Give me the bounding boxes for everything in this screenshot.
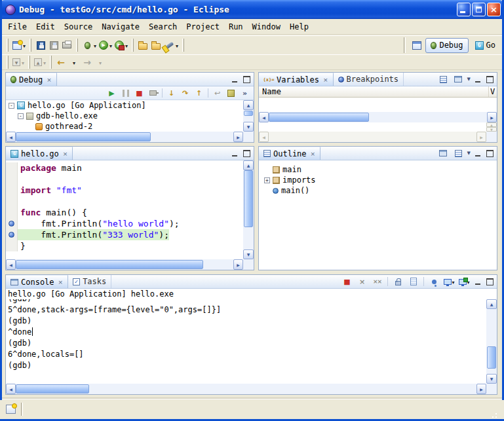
open-folder-button[interactable] <box>136 38 149 53</box>
minimize-window-button[interactable] <box>457 3 471 16</box>
scrollbar-thumb[interactable] <box>16 384 89 394</box>
minimize-view-button[interactable] <box>473 75 482 84</box>
menu-navigate[interactable]: Navigate <box>97 20 144 33</box>
scroll-up-button[interactable] <box>243 160 254 170</box>
editor-ruler-cell[interactable] <box>6 196 18 207</box>
console-vertical-scrollbar[interactable] <box>486 299 497 384</box>
dropdown-arrow-icon[interactable] <box>99 58 102 67</box>
code-line[interactable]: func main() { <box>6 207 243 218</box>
link-with-editor-button[interactable] <box>437 147 450 159</box>
debug-launch-button[interactable] <box>81 38 98 53</box>
variables-horizontal-scrollbar[interactable] <box>259 112 497 122</box>
code-line[interactable]: fmt.Println("hello world"); <box>6 218 243 229</box>
run-launch-button[interactable] <box>98 38 113 53</box>
collapse-all-button[interactable] <box>452 147 465 159</box>
perspective-debug-button[interactable]: Debug <box>425 38 468 53</box>
next-annotation-button[interactable] <box>11 55 26 70</box>
tree-expander[interactable]: - <box>18 113 24 119</box>
code-line[interactable]: fmt.Println("333 world"); <box>6 229 243 240</box>
step-into-button[interactable]: ↓ <box>165 87 178 99</box>
perspective-go-button[interactable]: Go <box>471 38 500 53</box>
suspend-button[interactable] <box>119 87 132 99</box>
console-text-area[interactable]: (gdb)5^done,stack-args=[frame={level="0"… <box>6 299 486 384</box>
close-tab-icon[interactable]: × <box>311 151 316 157</box>
console-horizontal-scrollbar[interactable] <box>6 384 497 394</box>
scroll-up-button[interactable] <box>486 299 497 309</box>
close-tab-icon[interactable]: × <box>47 77 52 83</box>
editor-vertical-scrollbar[interactable] <box>243 160 254 259</box>
previous-annotation-button[interactable] <box>33 55 47 70</box>
toolbar-grip[interactable] <box>132 39 134 52</box>
tab-variables[interactable]: Variables × <box>259 73 334 86</box>
scroll-left-button[interactable] <box>259 132 269 142</box>
step-return-button[interactable]: ↑ <box>193 87 205 99</box>
minimize-view-button[interactable] <box>473 278 482 286</box>
tab-tasks[interactable]: Tasks <box>68 275 111 288</box>
scrollbar-thumb[interactable] <box>244 111 253 116</box>
open-console-button[interactable] <box>458 276 471 287</box>
menu-help[interactable]: Help <box>285 20 313 33</box>
fast-view-icon[interactable] <box>6 405 16 414</box>
dropdown-arrow-icon[interactable] <box>109 41 112 50</box>
detail-pane-text[interactable] <box>259 122 486 132</box>
editor-horizontal-scrollbar[interactable] <box>6 259 254 270</box>
menu-source[interactable]: Source <box>60 20 97 33</box>
back-history-button[interactable] <box>68 55 81 70</box>
detail-horizontal-scrollbar[interactable] <box>259 132 497 142</box>
scroll-left-button[interactable] <box>6 132 16 142</box>
close-window-button[interactable]: × <box>487 3 501 16</box>
remove-launch-button[interactable]: × <box>356 276 368 287</box>
open-external-folder-button[interactable] <box>149 38 163 53</box>
editor-text-area[interactable]: package mainimport "fmt"func main() { fm… <box>6 160 243 259</box>
tree-expander[interactable]: + <box>264 177 270 183</box>
search-button[interactable] <box>163 38 180 53</box>
pin-console-button[interactable] <box>428 276 440 287</box>
editor-ruler-cell[interactable] <box>6 218 18 229</box>
save-button[interactable] <box>34 38 47 53</box>
tab-breakpoints[interactable]: Breakpoints <box>334 73 404 86</box>
toolbar-grip[interactable] <box>50 56 52 69</box>
collapse-all-button[interactable] <box>452 73 465 85</box>
external-tools-button[interactable] <box>113 38 129 53</box>
toolbar-grip[interactable] <box>7 56 9 69</box>
scrollbar-thumb[interactable] <box>244 170 253 227</box>
menu-search[interactable]: Search <box>144 20 182 33</box>
editor-ruler-cell[interactable] <box>6 162 18 174</box>
outline-item[interactable]: main() <box>259 185 497 196</box>
scroll-lock-button[interactable] <box>392 276 404 287</box>
use-step-filters-button[interactable] <box>225 87 237 99</box>
menu-edit[interactable]: Edit <box>31 20 60 33</box>
menu-project[interactable]: Project <box>182 20 224 33</box>
toolbar-overflow-chevron[interactable]: » <box>239 87 251 99</box>
scrollbar-thumb[interactable] <box>487 346 496 369</box>
terminate-button[interactable]: ■ <box>133 87 145 99</box>
view-menu-button[interactable]: ▼ <box>467 151 471 156</box>
dropdown-arrow-icon[interactable] <box>22 58 24 67</box>
scrollbar-track[interactable] <box>243 170 254 249</box>
maximize-window-button[interactable] <box>472 3 486 16</box>
debug-horizontal-scrollbar[interactable] <box>6 132 254 142</box>
scroll-right-button[interactable] <box>476 384 486 394</box>
dropdown-arrow-icon[interactable] <box>23 41 26 50</box>
variables-detail-pane[interactable] <box>259 122 497 132</box>
menu-run[interactable]: Run <box>224 20 248 33</box>
maximize-view-button[interactable] <box>485 149 494 158</box>
scrollbar-thumb[interactable] <box>16 132 151 141</box>
toolbar-grip[interactable] <box>29 39 31 52</box>
debug-vertical-scrollbar[interactable] <box>243 100 254 132</box>
forward-history-button[interactable] <box>94 55 107 70</box>
scrollbar-track[interactable] <box>269 132 476 142</box>
minimize-view-button[interactable] <box>473 149 482 158</box>
dropdown-arrow-icon[interactable] <box>43 58 46 67</box>
scrollbar-track[interactable] <box>16 384 476 394</box>
scrollbar-track[interactable] <box>16 132 233 142</box>
menu-file[interactable]: File <box>3 20 31 33</box>
scroll-left-button[interactable] <box>259 112 269 122</box>
scroll-right-button[interactable] <box>233 259 243 270</box>
toolbar-grip[interactable] <box>28 56 30 69</box>
debug-tree-item[interactable]: -gdb-hello.exe <box>6 111 243 121</box>
resize-grip[interactable] <box>489 410 498 419</box>
close-tab-icon[interactable]: × <box>323 77 328 83</box>
dropdown-arrow-icon[interactable] <box>94 41 96 50</box>
window-titlebar[interactable]: Debug - testGo/src/cmd/hello.go - Eclips… <box>0 0 504 19</box>
